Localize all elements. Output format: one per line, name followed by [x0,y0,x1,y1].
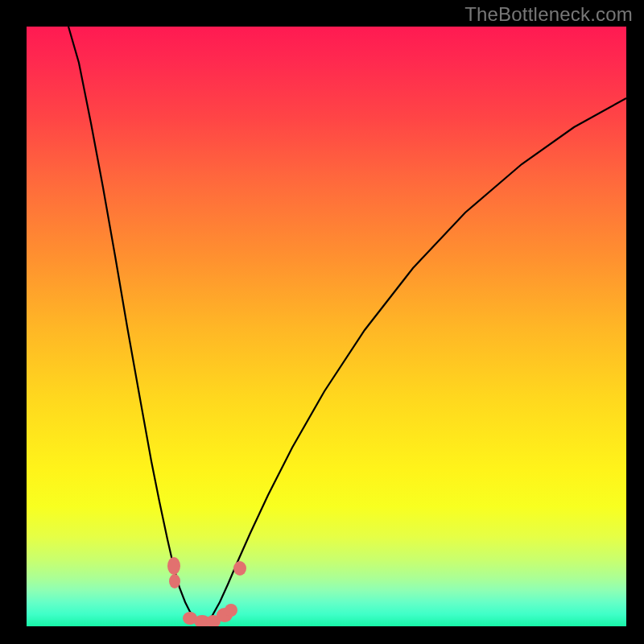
marker-point [233,561,246,576]
plot-area [27,27,626,626]
marker-point [169,574,180,588]
watermark-text: TheBottleneck.com [464,3,633,26]
right-curve [205,98,626,626]
bottom-markers [167,557,246,626]
left-curve [68,27,205,626]
chart-svg [27,27,626,626]
marker-point [167,557,180,575]
chart-frame: TheBottleneck.com [0,0,644,644]
marker-point [225,604,237,617]
